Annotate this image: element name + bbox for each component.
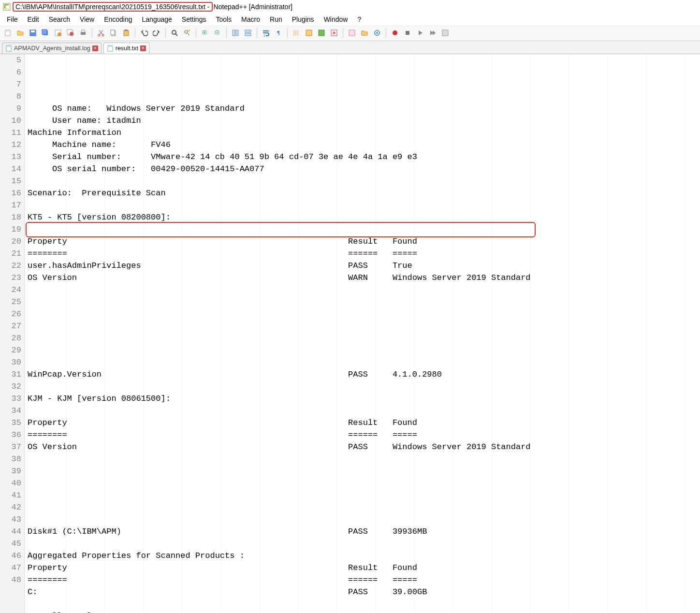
menu-encoding[interactable]: Encoding (99, 15, 137, 24)
code-line[interactable] (28, 332, 700, 344)
code-line[interactable] (28, 296, 700, 308)
copy-icon[interactable] (108, 27, 119, 39)
play-multi-icon[interactable] (427, 27, 438, 39)
code-line[interactable]: Aggregated Properties for Scanned Produc… (28, 550, 700, 562)
code-line[interactable]: OS Version WARN Windows Server 2019 Stan… (28, 272, 700, 284)
code-line[interactable] (28, 356, 700, 368)
doc-list-icon[interactable] (328, 27, 340, 39)
record-macro-icon[interactable] (389, 27, 401, 39)
paste-icon[interactable] (120, 27, 132, 39)
file-icon (5, 45, 12, 52)
code-line[interactable] (28, 175, 700, 187)
menu-[interactable]: ? (352, 15, 366, 24)
code-line[interactable]: Overall result: WARNING (28, 610, 700, 613)
code-line[interactable] (28, 598, 700, 610)
code-line[interactable] (28, 320, 700, 332)
sync-v-icon[interactable] (230, 27, 241, 39)
line-number: 14 (0, 163, 21, 175)
code-line[interactable]: OS name: Windows Server 2019 Standard (28, 102, 700, 115)
code-line[interactable] (28, 223, 700, 235)
code-line[interactable] (28, 538, 700, 550)
code-line[interactable]: ======== ====== ===== (28, 574, 700, 586)
code-line[interactable] (28, 308, 700, 320)
code-line[interactable] (28, 465, 700, 477)
sync-h-icon[interactable] (242, 27, 254, 39)
user-lang-icon[interactable] (303, 27, 315, 39)
code-line[interactable]: Scenario: Prerequisite Scan (28, 187, 700, 199)
menu-plugins[interactable]: Plugins (287, 15, 319, 24)
code-line[interactable]: OS Version PASS Windows Server 2019 Stan… (28, 441, 700, 453)
code-line[interactable]: Machine name: FV46 (28, 139, 700, 151)
code-line[interactable]: Property Result Found (28, 417, 700, 429)
code-line[interactable]: User name: itadmin (28, 115, 700, 127)
code-line[interactable] (28, 501, 700, 513)
show-all-chars-icon[interactable]: ¶ (273, 27, 284, 39)
doc-map-icon[interactable] (316, 27, 327, 39)
menu-language[interactable]: Language (137, 15, 177, 24)
svg-rect-29 (306, 30, 312, 36)
menu-edit[interactable]: Edit (23, 15, 44, 24)
monitoring-icon[interactable] (371, 27, 383, 39)
save-icon[interactable] (27, 27, 39, 39)
code-line[interactable] (28, 380, 700, 393)
menu-search[interactable]: Search (44, 15, 75, 24)
replace-icon[interactable] (181, 27, 193, 39)
code-line[interactable]: OS serial number: 00429-00520-14415-AA07… (28, 163, 700, 175)
menu-file[interactable]: File (2, 15, 23, 24)
svg-rect-2 (5, 30, 10, 31)
stop-macro-icon[interactable] (402, 27, 413, 39)
code-line[interactable] (28, 453, 700, 465)
tab-apmadv-agents-install-log[interactable]: APMADV_Agents_install.log× (2, 43, 102, 54)
code-line[interactable]: ======== ====== ===== (28, 248, 700, 260)
svg-rect-6 (42, 29, 47, 34)
svg-rect-17 (111, 30, 115, 35)
code-line[interactable] (28, 344, 700, 356)
code-line[interactable] (28, 199, 700, 211)
code-line[interactable]: Serial number: VMware-42 14 cb 40 51 9b … (28, 151, 700, 163)
code-line[interactable]: Machine Information (28, 127, 700, 139)
code-line[interactable]: KJM - KJM [version 08061500]: (28, 393, 700, 405)
menu-settings[interactable]: Settings (177, 15, 211, 24)
wordwrap-icon[interactable] (260, 27, 272, 39)
menu-window[interactable]: Window (319, 15, 353, 24)
print-icon[interactable] (77, 27, 89, 39)
code-line[interactable]: KT5 - KT5 [version 08200800]: (28, 211, 700, 223)
code-area[interactable]: OS name: Windows Server 2019 Standard Us… (25, 54, 700, 613)
close-icon[interactable]: × (92, 45, 98, 51)
menu-view[interactable]: View (75, 15, 99, 24)
zoom-in-icon[interactable] (199, 27, 211, 39)
find-icon[interactable] (169, 27, 180, 39)
code-line[interactable] (28, 477, 700, 489)
redo-icon[interactable] (151, 27, 162, 39)
editor[interactable]: 5678910111213141516171819202122232425262… (0, 54, 700, 613)
folder-as-workspace-icon[interactable] (359, 27, 370, 39)
menu-macro[interactable]: Macro (236, 15, 265, 24)
close-icon[interactable]: × (140, 45, 146, 51)
code-line[interactable] (28, 284, 700, 296)
open-file-icon[interactable] (15, 27, 26, 39)
code-line[interactable] (28, 513, 700, 525)
code-line[interactable]: Property Result Found (28, 562, 700, 574)
code-line[interactable]: Disk#1 (C:\IBM\APM) PASS 39936MB (28, 525, 700, 538)
play-macro-icon[interactable] (414, 27, 426, 39)
code-line[interactable] (28, 405, 700, 417)
code-line[interactable]: user.hasAdminPrivileges PASS True (28, 260, 700, 272)
tab-result-txt[interactable]: result.txt× (103, 43, 149, 54)
undo-icon[interactable] (138, 27, 150, 39)
code-line[interactable]: ======== ====== ===== (28, 429, 700, 441)
close-file-icon[interactable] (52, 27, 64, 39)
new-file-icon[interactable] (2, 27, 14, 39)
menu-tools[interactable]: Tools (211, 15, 236, 24)
indent-guide-icon[interactable] (291, 27, 302, 39)
cut-icon[interactable] (95, 27, 107, 39)
code-line[interactable]: Property Result Found (28, 235, 700, 248)
code-line[interactable] (28, 489, 700, 501)
func-list-icon[interactable] (346, 27, 358, 39)
menu-run[interactable]: Run (265, 15, 287, 24)
code-line[interactable]: C: PASS 39.00GB (28, 586, 700, 598)
save-macro-icon[interactable] (439, 27, 451, 39)
zoom-out-icon[interactable] (212, 27, 223, 39)
save-all-icon[interactable] (40, 27, 51, 39)
close-all-icon[interactable] (65, 27, 76, 39)
code-line[interactable]: WinPcap.Version PASS 4.1.0.2980 (28, 368, 700, 380)
